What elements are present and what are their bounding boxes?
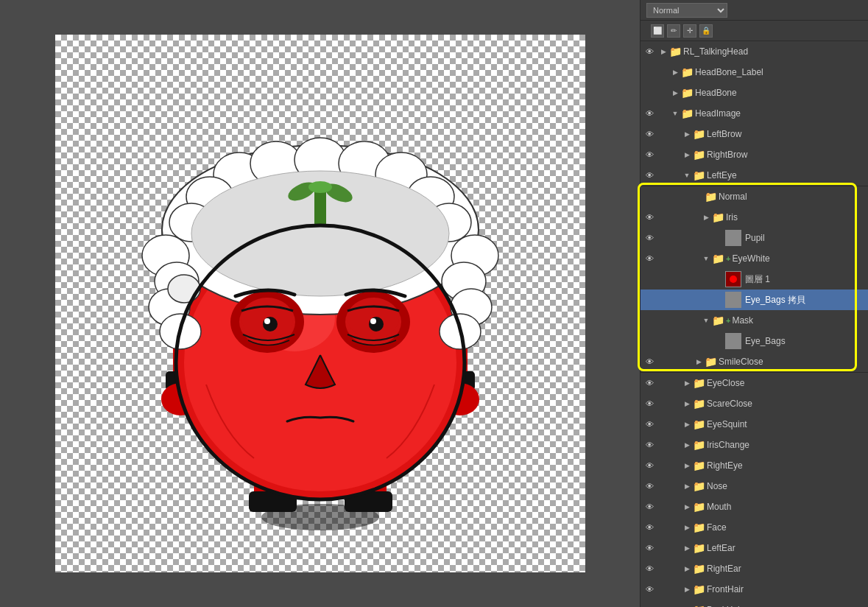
layer-row-fronthair[interactable]: 👁▶📁FrontHair — [641, 579, 868, 600]
eye-icon-leftear[interactable]: 👁 — [641, 538, 658, 558]
lock-all-btn[interactable]: 🔒 — [699, 24, 713, 38]
arrow-normal_group[interactable] — [694, 192, 704, 202]
arrow-rl_talkinghead[interactable]: ▶ — [658, 46, 668, 57]
arrow-iris[interactable]: ▶ — [701, 212, 711, 222]
eye-icon-nose[interactable]: 👁 — [641, 476, 658, 497]
svg-point-47 — [369, 317, 384, 331]
folder-icon-eyewhite: 📁 — [711, 253, 724, 264]
lock-icons-group: ⬜ ✏ ✛ 🔒 — [651, 24, 713, 38]
arrow-lefteye[interactable]: ▼ — [682, 170, 692, 180]
eye-icon-eyewhite[interactable]: 👁 — [641, 248, 658, 269]
arrow-righteye[interactable]: ▶ — [682, 460, 692, 471]
layer-row-pupil[interactable]: 👁Pupil — [641, 228, 868, 248]
eye-icon-rightbrow[interactable]: 👁 — [641, 144, 658, 165]
arrow-eyesquint[interactable]: ▶ — [682, 419, 692, 429]
layer-row-eyewhite[interactable]: 👁▼📁+EyeWhite — [641, 248, 868, 269]
layer-row-irischange[interactable]: 👁▶📁IrisChange — [641, 435, 868, 455]
lock-paint-btn[interactable]: ✏ — [667, 24, 680, 38]
svg-point-37 — [308, 181, 332, 193]
layer-row-rightbrow[interactable]: 👁▶📁RightBrow — [641, 144, 868, 165]
eye-icon-headbone[interactable] — [641, 83, 658, 103]
layer-row-smileclose[interactable]: 👁▶📁SmileClose — [641, 351, 868, 372]
eye-icon-lefteye[interactable]: 👁 — [641, 165, 658, 186]
eye-icon-normal_group[interactable] — [641, 186, 658, 207]
eye-icon-righteye[interactable]: 👁 — [641, 455, 658, 476]
eye-icon-rightear[interactable]: 👁 — [641, 558, 658, 579]
canvas-area — [0, 0, 640, 607]
eye-icon-headimage[interactable]: 👁 — [641, 103, 658, 124]
layer-row-headimage[interactable]: 👁▼📁HeadImage — [641, 103, 868, 124]
layer-name-eye_bags_tool: Eye_Bags 拷貝 — [744, 294, 865, 306]
layer-name-leftbrow: LeftBrow — [705, 129, 865, 139]
eye-icon-smileclose[interactable]: 👁 — [641, 351, 658, 372]
arrow-rightbrow[interactable]: ▶ — [682, 150, 692, 160]
eye-icon-leftbrow[interactable]: 👁 — [641, 124, 658, 144]
lock-position-btn[interactable]: ✛ — [683, 24, 696, 38]
layer-row-leftbrow[interactable]: 👁▶📁LeftBrow — [641, 124, 868, 144]
arrow-scareclose[interactable]: ▶ — [682, 399, 692, 409]
eye-icon-irischange[interactable]: 👁 — [641, 435, 658, 455]
arrow-face[interactable]: ▶ — [682, 522, 692, 533]
arrow-pupil[interactable] — [713, 233, 723, 243]
eye-icon-eye_bags_tool[interactable] — [641, 290, 658, 310]
tomato-character — [107, 68, 534, 539]
eye-icon-backhair[interactable]: 👁 — [641, 600, 658, 607]
layer-row-eye_bags[interactable]: Eye_Bags — [641, 331, 868, 351]
layer-row-normal_group[interactable]: 📁Normal — [641, 186, 868, 207]
layer-row-mask_group[interactable]: ▼📁+Mask — [641, 310, 868, 331]
arrow-headbone[interactable]: ▶ — [670, 88, 680, 98]
eye-icon-mask_group[interactable] — [641, 310, 658, 331]
arrow-leftear[interactable]: ▶ — [682, 543, 692, 553]
layer-row-eyeclose[interactable]: 👁▶📁EyeClose — [641, 373, 868, 393]
layer-name-nose: Nose — [705, 481, 865, 491]
folder-icon-leftbrow: 📁 — [692, 129, 705, 139]
eye-icon-rl_talkinghead[interactable]: 👁 — [641, 41, 658, 62]
layer-row-rightear[interactable]: 👁▶📁RightEar — [641, 558, 868, 579]
layer-row-righteye[interactable]: 👁▶📁RightEye — [641, 455, 868, 476]
layer-row-layer1[interactable]: 圖層 1 — [641, 269, 868, 290]
blend-mode-select[interactable]: Normal — [646, 3, 727, 18]
eye-icon-layer1[interactable] — [641, 269, 658, 290]
arrow-headbone_label[interactable]: ▶ — [670, 67, 680, 77]
eye-icon-headbone_label[interactable] — [641, 62, 658, 83]
arrow-nose[interactable]: ▶ — [682, 481, 692, 491]
layer-row-nose[interactable]: 👁▶📁Nose — [641, 476, 868, 497]
arrow-eyeclose[interactable]: ▶ — [682, 378, 692, 388]
layer-row-headbone_label[interactable]: ▶📁HeadBone_Label — [641, 62, 868, 83]
arrow-eye_bags_tool[interactable] — [713, 295, 723, 305]
eye-icon-pupil[interactable]: 👁 — [641, 228, 658, 248]
arrow-eye_bags[interactable] — [713, 336, 723, 346]
arrow-headimage[interactable]: ▼ — [670, 108, 680, 119]
eye-icon-eye_bags[interactable] — [641, 331, 658, 351]
layer-row-rl_talkinghead[interactable]: 👁▶📁RL_TalkingHead — [641, 41, 868, 62]
arrow-mask_group[interactable]: ▼ — [701, 315, 711, 326]
eye-icon-eyesquint[interactable]: 👁 — [641, 414, 658, 435]
layer-row-mouth[interactable]: 👁▶📁Mouth — [641, 497, 868, 517]
arrow-leftbrow[interactable]: ▶ — [682, 129, 692, 139]
eye-icon-eyeclose[interactable]: 👁 — [641, 373, 658, 393]
eye-icon-mouth[interactable]: 👁 — [641, 497, 658, 517]
arrow-smileclose[interactable]: ▶ — [694, 357, 704, 367]
arrow-rightear[interactable]: ▶ — [682, 564, 692, 574]
arrow-layer1[interactable] — [713, 274, 723, 284]
eye-icon-scareclose[interactable]: 👁 — [641, 393, 658, 414]
layer-row-scareclose[interactable]: 👁▶📁ScareClose — [641, 393, 868, 414]
layer-row-leftear[interactable]: 👁▶📁LeftEar — [641, 538, 868, 558]
layer-row-headbone[interactable]: ▶📁HeadBone — [641, 83, 868, 103]
eye-icon-face[interactable]: 👁 — [641, 517, 658, 538]
layer-row-face[interactable]: 👁▶📁Face — [641, 517, 868, 538]
layers-list[interactable]: 👁▶📁RL_TalkingHead▶📁HeadBone_Label▶📁HeadB… — [641, 41, 868, 607]
layer-row-lefteye[interactable]: 👁▼📁LeftEye — [641, 165, 868, 186]
arrow-fronthair[interactable]: ▶ — [682, 584, 692, 594]
eye-icon-fronthair[interactable]: 👁 — [641, 579, 658, 600]
layer-row-eyesquint[interactable]: 👁▶📁EyeSquint — [641, 414, 868, 435]
layer-row-iris[interactable]: 👁▶📁Iris — [641, 207, 868, 228]
layer-row-eye_bags_tool[interactable]: Eye_Bags 拷貝 — [641, 290, 868, 310]
eye-icon-iris[interactable]: 👁 — [641, 207, 658, 228]
arrow-mouth[interactable]: ▶ — [682, 502, 692, 512]
lock-transparency-btn[interactable]: ⬜ — [651, 24, 664, 38]
arrow-irischange[interactable]: ▶ — [682, 440, 692, 450]
arrow-eyewhite[interactable]: ▼ — [701, 253, 711, 264]
layer-row-backhair[interactable]: 👁▶📁BackHair — [641, 600, 868, 607]
layer-name-eye_bags: Eye_Bags — [744, 336, 865, 346]
